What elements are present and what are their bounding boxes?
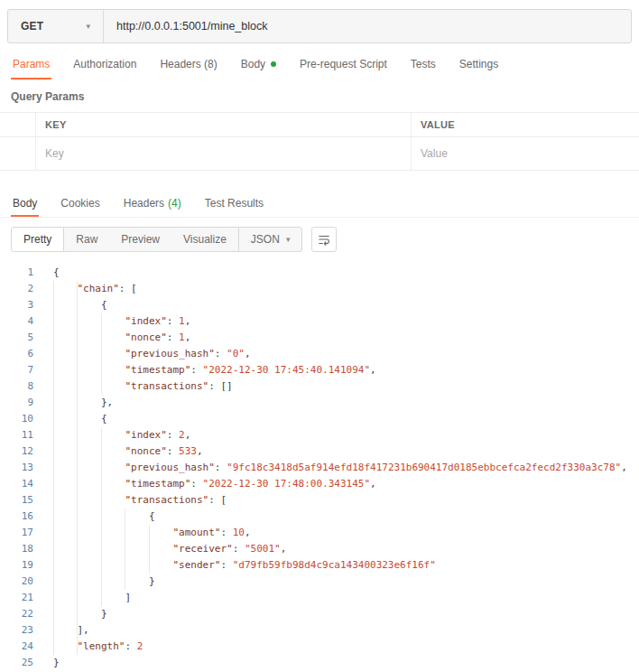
line-number: 16 bbox=[0, 509, 33, 525]
request-url-bar: GET ▾ bbox=[7, 9, 632, 43]
tab-settings-label: Settings bbox=[459, 58, 498, 70]
code-line: "length": 2 bbox=[53, 639, 639, 655]
tab-response-headers-label: Headers bbox=[124, 197, 164, 210]
code-line: "chain": [ bbox=[53, 281, 639, 297]
line-numbers: 1234567891011121314151617181920212223242… bbox=[0, 265, 33, 671]
line-number: 1 bbox=[0, 265, 33, 281]
code-line: "receiver": "5001", bbox=[53, 541, 639, 557]
query-params-table: KEY VALUE bbox=[0, 112, 639, 171]
code-line: } bbox=[53, 606, 639, 622]
tab-cookies-label: Cookies bbox=[60, 197, 99, 210]
code-line: "index": 2, bbox=[53, 427, 639, 443]
response-tabs: Body Cookies Headers (4) Test Results bbox=[0, 189, 639, 218]
chevron-down-icon: ▾ bbox=[286, 236, 291, 244]
url-input[interactable] bbox=[104, 10, 631, 42]
line-number: 25 bbox=[0, 655, 33, 671]
body-indicator-dot-icon bbox=[271, 61, 276, 67]
key-input[interactable] bbox=[45, 147, 402, 160]
format-selector-label: JSON bbox=[251, 233, 280, 246]
tab-visualize-label: Visualize bbox=[183, 233, 227, 246]
code-line: ], bbox=[53, 622, 639, 639]
tab-params[interactable]: Params bbox=[11, 49, 51, 79]
tab-visualize[interactable]: Visualize bbox=[171, 228, 238, 251]
tab-tests-label: Tests bbox=[411, 58, 436, 70]
code-line: }, bbox=[53, 395, 639, 411]
row-gutter bbox=[0, 137, 36, 170]
tab-params-label: Params bbox=[13, 58, 50, 70]
line-number: 6 bbox=[0, 346, 33, 362]
tab-pretty[interactable]: Pretty bbox=[12, 228, 64, 251]
line-number: 23 bbox=[0, 622, 33, 639]
line-number: 12 bbox=[0, 443, 33, 460]
value-cell bbox=[411, 137, 639, 170]
line-number: 3 bbox=[0, 297, 33, 313]
line-number: 9 bbox=[0, 395, 33, 411]
code-line: { bbox=[53, 297, 639, 313]
code-line: "previous_hash": "9fc18c3418d5af914efd18… bbox=[53, 460, 639, 476]
code-line: { bbox=[53, 265, 639, 281]
code-line: "timestamp": "2022-12-30 17:48:00.343145… bbox=[53, 476, 639, 492]
line-number: 7 bbox=[0, 362, 33, 378]
tab-request-body[interactable]: Body bbox=[239, 49, 278, 79]
tab-preview-label: Preview bbox=[121, 233, 160, 246]
code-line: } bbox=[53, 574, 639, 590]
code-line: "timestamp": "2022-12-30 17:45:40.141094… bbox=[53, 362, 639, 378]
line-number: 8 bbox=[0, 378, 33, 395]
tab-raw-label: Raw bbox=[76, 233, 97, 246]
response-headers-count: (4) bbox=[168, 197, 181, 210]
tab-raw[interactable]: Raw bbox=[64, 228, 109, 251]
value-input[interactable] bbox=[421, 147, 630, 160]
line-number: 22 bbox=[0, 606, 33, 622]
tab-request-body-label: Body bbox=[241, 58, 265, 70]
code-line: "transactions": [] bbox=[53, 378, 639, 395]
line-number: 20 bbox=[0, 574, 33, 590]
tab-request-headers[interactable]: Headers (8) bbox=[158, 49, 218, 79]
code-lines: { "chain": [ { "index": 1, "nonce": 1, "… bbox=[33, 265, 639, 671]
code-line: "amount": 10, bbox=[53, 525, 639, 541]
code-line: { bbox=[53, 411, 639, 427]
format-selector[interactable]: JSON ▾ bbox=[238, 228, 302, 251]
row-gutter bbox=[0, 113, 36, 136]
response-body-viewer: 1234567891011121314151617181920212223242… bbox=[0, 261, 639, 671]
code-line: "nonce": 1, bbox=[53, 330, 639, 346]
tab-cookies[interactable]: Cookies bbox=[59, 189, 101, 217]
line-number: 18 bbox=[0, 541, 33, 557]
line-number: 15 bbox=[0, 492, 33, 509]
code-line: "nonce": 533, bbox=[53, 443, 639, 460]
column-header-value: VALUE bbox=[411, 113, 639, 136]
line-number: 24 bbox=[0, 639, 33, 655]
tab-pre-request-script[interactable]: Pre-request Script bbox=[298, 49, 389, 79]
tab-pre-request-script-label: Pre-request Script bbox=[300, 58, 387, 70]
tab-response-body[interactable]: Body bbox=[11, 189, 39, 217]
line-number: 4 bbox=[0, 313, 33, 330]
code-line: "sender": "d79fb59fb98d4c9ca143400323e6f… bbox=[53, 557, 639, 574]
query-params-row bbox=[0, 137, 639, 171]
tab-test-results-label: Test Results bbox=[205, 197, 264, 210]
key-cell bbox=[36, 137, 411, 170]
tab-request-headers-label: Headers (8) bbox=[160, 58, 217, 70]
wrap-lines-button[interactable] bbox=[311, 227, 337, 252]
line-number: 2 bbox=[0, 281, 33, 297]
tab-test-results[interactable]: Test Results bbox=[203, 189, 265, 217]
chevron-down-icon: ▾ bbox=[86, 23, 90, 31]
tab-response-body-label: Body bbox=[13, 197, 37, 210]
response-view-toolbar: Pretty Raw Preview Visualize JSON ▾ bbox=[0, 218, 639, 261]
tab-settings[interactable]: Settings bbox=[458, 49, 500, 79]
tab-pretty-label: Pretty bbox=[23, 233, 51, 246]
code-line: } bbox=[53, 655, 639, 671]
line-number: 21 bbox=[0, 590, 33, 606]
view-mode-switcher: Pretty Raw Preview Visualize JSON ▾ bbox=[11, 227, 302, 252]
line-number: 5 bbox=[0, 330, 33, 346]
tab-authorization[interactable]: Authorization bbox=[71, 49, 138, 79]
wrap-lines-icon bbox=[318, 233, 330, 247]
code-line: ] bbox=[53, 590, 639, 606]
line-number: 13 bbox=[0, 460, 33, 476]
code-line: "previous_hash": "0", bbox=[53, 346, 639, 362]
tab-tests[interactable]: Tests bbox=[409, 49, 438, 79]
tab-authorization-label: Authorization bbox=[73, 58, 136, 70]
line-number: 17 bbox=[0, 525, 33, 541]
query-params-title: Query Params bbox=[11, 90, 628, 103]
tab-preview[interactable]: Preview bbox=[109, 228, 171, 251]
method-selector[interactable]: GET ▾ bbox=[8, 10, 104, 42]
tab-response-headers[interactable]: Headers (4) bbox=[122, 189, 183, 217]
